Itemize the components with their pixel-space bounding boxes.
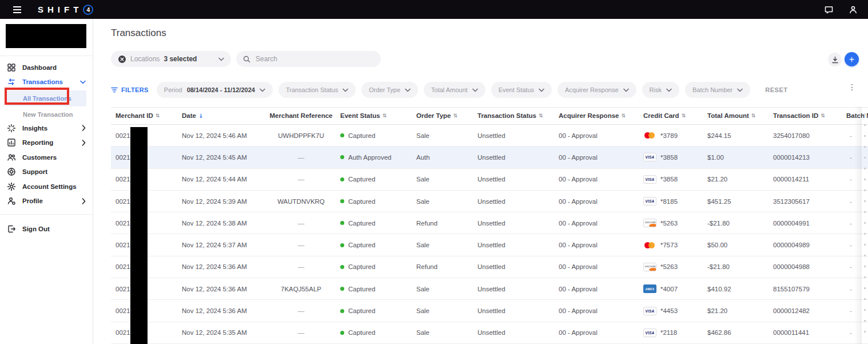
chevron-down-icon	[343, 88, 348, 92]
table-row[interactable]: 00217Nov 12, 2024 5:39 AMWAUTDNVKRQCaptu…	[111, 191, 868, 212]
table-row[interactable]: 00217Nov 12, 2024 5:45 AM—Auth ApprovedA…	[111, 147, 868, 168]
sidebar-item-transactions[interactable]: Transactions	[0, 75, 93, 90]
status-dot-icon	[340, 133, 344, 137]
chat-icon[interactable]	[824, 5, 834, 14]
cell-total-amount: $1.00	[707, 154, 773, 161]
filter-pill-acquirer-response[interactable]: Acquirer Response	[558, 82, 636, 98]
chevron-right-icon	[82, 198, 86, 204]
table-row[interactable]: 00217Nov 12, 2024 5:36 AM7KAQJ55ALPCaptu…	[111, 278, 868, 300]
filters-toggle[interactable]: FILTERS	[111, 86, 149, 93]
cell-order-type: Refund	[416, 263, 477, 270]
sidebar-item-customers[interactable]: Customers	[0, 150, 93, 165]
column-header-acquirer_response[interactable]: Acquirer Response⇅	[559, 112, 643, 119]
cell-order-type: Sale	[416, 132, 477, 139]
column-header-credit_card[interactable]: Credit Card⇅	[643, 112, 707, 119]
cell-total-amount: $21.20	[707, 176, 773, 183]
cell-credit-card: VISA*3858	[643, 153, 707, 161]
sort-icon: ⇅	[621, 113, 626, 118]
status-dot-icon	[340, 243, 344, 247]
hamburger-menu-icon[interactable]	[13, 6, 22, 14]
table-row[interactable]: 00217Nov 12, 2024 5:44 AM—CapturedSaleUn…	[111, 169, 868, 191]
filter-pill-risk[interactable]: Risk	[642, 82, 679, 98]
column-header-label: Event Status	[340, 112, 380, 119]
sidebar-item-reporting[interactable]: Reporting	[0, 136, 93, 151]
sidebar-item-all-transactions[interactable]: All Transactions	[6, 90, 86, 106]
chevron-down-icon	[666, 88, 672, 92]
status-dot-icon	[340, 331, 344, 335]
filter-pill-label: Event Status	[499, 86, 534, 93]
table-row[interactable]: 00217Nov 12, 2024 5:36 AM—CapturedRefund…	[111, 256, 868, 278]
cell-order-type: Sale	[416, 176, 477, 183]
mastercard-card-icon	[643, 131, 656, 140]
filter-pill-label: Order Type	[369, 86, 400, 93]
chevron-down-icon	[218, 57, 224, 61]
cell-merchant-id: 00217	[116, 263, 182, 270]
search-bar	[236, 51, 381, 67]
filter-pill-label: Acquirer Response	[565, 86, 619, 93]
cell-credit-card: VISA*4453	[643, 307, 707, 315]
visa-card-icon: VISA	[643, 307, 656, 315]
sidebar-item-new-transaction[interactable]: New Transaction	[0, 108, 93, 121]
merchant-id-redaction-bar	[130, 127, 148, 344]
filter-pill-total-amount[interactable]: Total Amount	[424, 82, 485, 98]
column-header-label: Acquirer Response	[559, 112, 619, 119]
table-row[interactable]: 00217Nov 12, 2024 5:37 AM—CapturedSaleUn…	[111, 234, 868, 256]
cell-event-status: Captured	[340, 198, 416, 205]
status-dot-icon	[340, 287, 344, 291]
filter-pill-batch-number[interactable]: Batch Number	[685, 82, 750, 98]
column-header-order_type[interactable]: Order Type⇅	[416, 112, 477, 119]
vertical-scrollbar[interactable]	[864, 113, 866, 342]
mastercard-card-icon	[643, 241, 656, 250]
filter-pill-transaction-status[interactable]: Transaction Status	[278, 82, 356, 98]
column-header-label: Transaction Status	[477, 112, 536, 119]
cell-transaction-status: Unsettled	[477, 132, 559, 139]
column-header-transaction_status[interactable]: Transaction Status⇅	[477, 112, 559, 119]
sidebar-nav: DashboardTransactionsAll TransactionsNew…	[0, 60, 93, 236]
sidebar-item-account-settings[interactable]: Account Settings	[0, 179, 93, 194]
add-transaction-button[interactable]: +	[845, 52, 859, 66]
table-row[interactable]: 00217Nov 12, 2024 5:36 AM—CapturedSaleUn…	[111, 300, 868, 322]
locations-filter[interactable]: Locations 3 selected	[111, 51, 231, 67]
sidebar: DashboardTransactionsAll TransactionsNew…	[0, 19, 93, 344]
user-icon[interactable]	[849, 5, 858, 14]
column-header-transaction_id[interactable]: Transaction ID⇅	[773, 112, 846, 119]
cell-acquirer-response: 00 - Approval	[559, 132, 643, 139]
column-header-date[interactable]: Date↓	[182, 112, 262, 119]
table-row[interactable]: 00217Nov 12, 2024 5:38 AM—CapturedRefund…	[111, 212, 868, 234]
table-options-kebab-icon[interactable]: ⋮	[848, 83, 856, 91]
sidebar-item-support[interactable]: Support	[0, 165, 93, 180]
filter-pill-order-type[interactable]: Order Type	[361, 82, 418, 98]
shift4-logo[interactable]: SHIFT 4	[38, 5, 93, 15]
cell-credit-card: DISCOVER*5263	[643, 263, 707, 271]
column-header-merchant_reference[interactable]: Merchant Reference	[262, 112, 340, 119]
column-header-label: Merchant ID	[116, 112, 153, 119]
reset-filters-button[interactable]: RESET	[765, 86, 787, 93]
cell-merchant-id: 00217	[116, 242, 182, 248]
cell-transaction-id: 0000011441	[773, 329, 846, 336]
filter-pill-period[interactable]: Period08/14/2024 - 11/12/2024	[157, 82, 273, 98]
cell-transaction-id: 3254017080	[773, 132, 846, 139]
download-button[interactable]	[828, 53, 842, 66]
sidebar-item-insights[interactable]: Insights	[0, 121, 93, 136]
cell-date: Nov 12, 2024 5:36 AM	[182, 307, 262, 314]
column-header-total_amount[interactable]: Total Amount⇅	[707, 112, 773, 119]
sidebar-item-dashboard[interactable]: Dashboard	[0, 60, 93, 75]
cell-transaction-id: 0000014213	[773, 154, 846, 161]
column-header-merchant_id[interactable]: Merchant ID⇅	[116, 112, 182, 119]
cell-date: Nov 12, 2024 5:36 AM	[182, 263, 262, 270]
table-row[interactable]: 00217Nov 12, 2024 5:35 AM—CapturedSaleUn…	[111, 322, 868, 344]
column-header-label: Transaction ID	[773, 112, 818, 119]
cell-merchant-id: 00217	[116, 329, 182, 336]
sidebar-item-profile[interactable]: Profile	[0, 194, 93, 209]
column-header-event_status[interactable]: Event Status⇅	[340, 112, 416, 119]
clear-locations-icon[interactable]	[118, 55, 126, 64]
insights-icon	[7, 124, 16, 133]
search-input[interactable]	[256, 55, 374, 63]
cell-transaction-status: Unsettled	[477, 329, 559, 336]
table-row[interactable]: 00217Nov 12, 2024 5:46 AMUWHDPPFK7UCaptu…	[111, 125, 868, 147]
page-title: Transactions	[111, 27, 166, 39]
sidebar-item-sign-out[interactable]: Sign Out	[0, 222, 93, 236]
cell-date: Nov 12, 2024 5:37 AM	[182, 242, 262, 248]
cell-acquirer-response: 00 - Approval	[559, 307, 643, 314]
filter-pill-event-status[interactable]: Event Status	[491, 82, 552, 98]
